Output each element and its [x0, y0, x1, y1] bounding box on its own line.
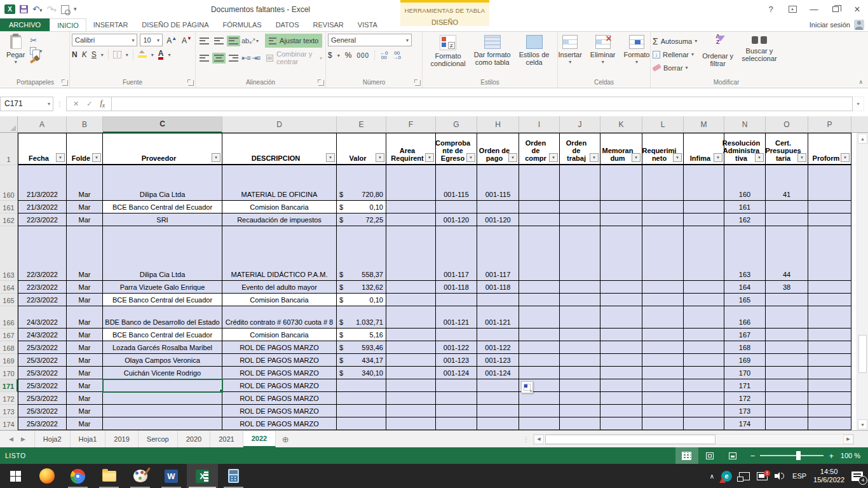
- borders-icon[interactable]: [113, 51, 121, 58]
- row-header-162[interactable]: 162: [0, 214, 18, 226]
- close-button[interactable]: ×: [846, 0, 868, 18]
- cell-N164[interactable]: 164: [724, 281, 766, 294]
- cell-O167[interactable]: [766, 329, 808, 341]
- table-header-E[interactable]: Valor▼: [337, 133, 386, 165]
- format-cells-button[interactable]: Formato▾: [621, 34, 653, 76]
- row-header-161[interactable]: 161: [0, 201, 18, 214]
- filter-button-B[interactable]: ▼: [92, 153, 101, 162]
- cell-B164[interactable]: Mar: [67, 281, 103, 294]
- cell-B161[interactable]: Mar: [67, 201, 103, 214]
- cell-P160[interactable]: [808, 165, 851, 201]
- cell-C166[interactable]: BDE Banco de Desarrollo del Estado: [103, 306, 222, 329]
- dialog-launcher-portapapeles[interactable]: [62, 80, 68, 86]
- table-header-N[interactable]: Resolución Administra tiva▼: [724, 133, 766, 165]
- cell-A163[interactable]: 22/3/2022: [18, 226, 67, 281]
- cell-O171[interactable]: [766, 379, 808, 392]
- font-name-select[interactable]: Calibri▾: [72, 34, 137, 46]
- cell-O161[interactable]: [766, 201, 808, 214]
- cell-E164[interactable]: $132,62: [337, 281, 386, 294]
- orientation-button[interactable]: ab⤢: [241, 37, 255, 45]
- cell-L166[interactable]: [642, 306, 684, 329]
- row-header-164[interactable]: 164: [0, 281, 18, 294]
- cell-G172[interactable]: [436, 392, 477, 405]
- taskbar-calculator[interactable]: [218, 464, 249, 488]
- dialog-launcher-alineacion[interactable]: [318, 80, 324, 86]
- bold-button[interactable]: N: [72, 50, 78, 59]
- cell-L168[interactable]: [642, 341, 684, 354]
- cell-J174[interactable]: [560, 417, 600, 430]
- cell-K166[interactable]: [600, 306, 642, 329]
- zoom-in-button[interactable]: +: [829, 451, 834, 461]
- taskbar-file-explorer[interactable]: [93, 464, 125, 488]
- cell-B172[interactable]: Mar: [67, 392, 103, 405]
- cell-I163[interactable]: [519, 226, 560, 281]
- cell-A164[interactable]: 22/3/2022: [18, 281, 67, 294]
- cell-E174[interactable]: [337, 417, 386, 430]
- cell-N172[interactable]: 172: [724, 392, 766, 405]
- horizontal-scrollbar[interactable]: ◀ ▶: [533, 434, 854, 445]
- filter-button-M[interactable]: ▼: [714, 153, 722, 162]
- number-format-select[interactable]: General▾: [328, 34, 412, 46]
- ribbon-tab-diseño[interactable]: DISEÑO: [400, 18, 489, 26]
- cell-A162[interactable]: 22/3/2022: [18, 214, 67, 226]
- cell-A165[interactable]: 22/3/2022: [18, 294, 67, 306]
- cell-A160[interactable]: 21/3/2022: [18, 165, 67, 201]
- cell-L163[interactable]: [642, 226, 684, 281]
- table-header-M[interactable]: Infima▼: [684, 133, 724, 165]
- cell-N167[interactable]: 167: [724, 329, 766, 341]
- cell-C160[interactable]: Dilipa Cia Ltda: [103, 165, 222, 201]
- table-header-B[interactable]: Folde▼: [67, 133, 103, 165]
- zoom-level[interactable]: 100 %: [840, 452, 868, 459]
- cell-L165[interactable]: [642, 294, 684, 306]
- insert-function-icon[interactable]: fx: [100, 98, 105, 109]
- cell-C165[interactable]: BCE Banco Central del Ecuador: [103, 294, 222, 306]
- taskbar-firefox[interactable]: [31, 464, 62, 488]
- sheet-tab-sercop[interactable]: Sercop: [139, 431, 178, 447]
- cell-A167[interactable]: 24/3/2022: [18, 329, 67, 341]
- cell-J167[interactable]: [560, 329, 600, 341]
- col-header-P[interactable]: P: [808, 116, 851, 133]
- cell-L162[interactable]: [642, 214, 684, 226]
- cell-M171[interactable]: [684, 379, 724, 392]
- clear-button[interactable]: Borrar▾: [653, 61, 697, 74]
- cell-L172[interactable]: [642, 392, 684, 405]
- cell-I172[interactable]: [519, 392, 560, 405]
- cell-H167[interactable]: [477, 329, 519, 341]
- cell-C172[interactable]: [103, 392, 222, 405]
- col-header-G[interactable]: G: [436, 116, 477, 133]
- cell-P170[interactable]: [808, 367, 851, 379]
- tab-split-handle[interactable]: ⋮: [523, 436, 529, 443]
- cell-E166[interactable]: $1.032,71: [337, 306, 386, 329]
- cell-H161[interactable]: [477, 201, 519, 214]
- cell-A171[interactable]: 25/3/2022: [18, 379, 67, 392]
- cell-I166[interactable]: [519, 306, 560, 329]
- table-header-H[interactable]: Orden de pago▼: [477, 133, 519, 165]
- cell-C162[interactable]: SRI: [103, 214, 222, 226]
- cell-B174[interactable]: Mar: [67, 417, 103, 430]
- filter-button-G[interactable]: ▼: [466, 153, 475, 162]
- percent-format-icon[interactable]: %: [345, 51, 352, 60]
- fill-color-icon[interactable]: [138, 51, 147, 58]
- row-header-165[interactable]: 165: [0, 294, 18, 306]
- cell-J160[interactable]: [560, 165, 600, 201]
- copy-icon[interactable]: [30, 47, 36, 55]
- align-middle-button[interactable]: [212, 36, 226, 46]
- col-header-D[interactable]: D: [222, 116, 337, 133]
- cell-B168[interactable]: Mar: [67, 341, 103, 354]
- cell-E170[interactable]: $340,10: [337, 367, 386, 379]
- table-header-D[interactable]: DESCRIPCION▼: [222, 133, 337, 165]
- filter-button-F[interactable]: ▼: [425, 153, 434, 162]
- cell-C167[interactable]: BCE Banco Central del Ecuador: [103, 329, 222, 341]
- page-break-view-button[interactable]: [721, 447, 744, 464]
- cell-A168[interactable]: 25/3/2022: [18, 341, 67, 354]
- cell-G167[interactable]: [436, 329, 477, 341]
- cell-E173[interactable]: [337, 405, 386, 417]
- scroll-left-icon[interactable]: ◀: [534, 435, 544, 444]
- cell-I161[interactable]: [519, 201, 560, 214]
- comma-format-icon[interactable]: 000: [356, 52, 369, 59]
- sheet-tab-2022[interactable]: 2022: [243, 431, 276, 447]
- cell-G161[interactable]: [436, 201, 477, 214]
- cell-H165[interactable]: [477, 294, 519, 306]
- cell-E165[interactable]: $0,10: [337, 294, 386, 306]
- col-header-I[interactable]: I: [519, 116, 560, 133]
